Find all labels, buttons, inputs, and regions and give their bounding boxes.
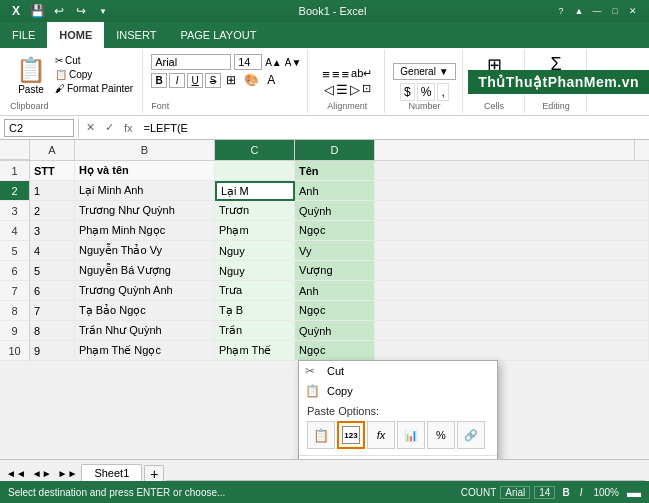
cell-C2[interactable]: Lại M: [215, 181, 295, 201]
quick-access-save[interactable]: 💾: [28, 2, 46, 20]
cell-A2[interactable]: 1: [30, 181, 75, 201]
italic-button[interactable]: I: [169, 73, 185, 88]
cell-B2[interactable]: Lại Minh Anh: [75, 181, 215, 201]
context-menu-paste-special[interactable]: Paste Special… ▶: [299, 458, 497, 459]
cell-C5[interactable]: Nguy: [215, 241, 295, 261]
cell-B7[interactable]: Trương Quỳnh Anh: [75, 281, 215, 301]
paste-opt-clipboard[interactable]: 📋: [307, 421, 335, 449]
cancel-formula-button[interactable]: ✕: [83, 121, 98, 134]
window-minimize[interactable]: —: [589, 4, 605, 18]
editing-button[interactable]: Σ Editing: [538, 52, 574, 87]
strikethrough-button[interactable]: S: [205, 73, 221, 88]
align-center-icon[interactable]: ☰: [336, 82, 348, 97]
bold-status-btn[interactable]: B: [559, 487, 572, 498]
paste-opt-percent[interactable]: %: [427, 421, 455, 449]
number-format-dropdown[interactable]: General ▼: [393, 63, 455, 80]
col-header-C[interactable]: C: [215, 140, 295, 160]
zoom-slider[interactable]: ▬: [627, 484, 641, 500]
cell-B6[interactable]: Nguyễn Bá Vượng: [75, 261, 215, 281]
confirm-formula-button[interactable]: ✓: [102, 121, 117, 134]
scroll-left-tab[interactable]: ◄◄: [4, 466, 28, 481]
scroll-last-tab[interactable]: ►►: [56, 466, 80, 481]
quick-access-redo[interactable]: ↪: [72, 2, 90, 20]
cell-A4[interactable]: 3: [30, 221, 75, 241]
align-middle-icon[interactable]: ≡: [332, 67, 340, 82]
cell-A8[interactable]: 7: [30, 301, 75, 321]
paste-opt-link[interactable]: 🔗: [457, 421, 485, 449]
tab-home[interactable]: HOME: [47, 22, 104, 48]
border-button[interactable]: ⊞: [223, 72, 239, 88]
cell-C3[interactable]: Trươn: [215, 201, 295, 221]
cell-B10[interactable]: Phạm Thế Ngọc: [75, 341, 215, 361]
cell-D10[interactable]: Ngọc: [295, 341, 375, 361]
font-size-decrease[interactable]: A▼: [285, 57, 302, 68]
cell-D1[interactable]: Tên: [295, 161, 375, 181]
col-header-B[interactable]: B: [75, 140, 215, 160]
context-menu-cut[interactable]: ✂ Cut: [299, 361, 497, 381]
paste-opt-formula[interactable]: fx: [367, 421, 395, 449]
cell-B4[interactable]: Phạm Minh Ngọc: [75, 221, 215, 241]
cell-C10[interactable]: Phạm Thế: [215, 341, 295, 361]
cell-B5[interactable]: Nguyễn Thảo Vy: [75, 241, 215, 261]
paste-opt-chart[interactable]: 📊: [397, 421, 425, 449]
sheet-tab-sheet1[interactable]: Sheet1: [81, 464, 142, 481]
font-color-button[interactable]: A: [264, 72, 278, 88]
add-sheet-button[interactable]: +: [144, 465, 164, 481]
wrap-text-icon[interactable]: ab↵: [351, 67, 372, 82]
col-header-A[interactable]: A: [30, 140, 75, 160]
bold-button[interactable]: B: [151, 73, 167, 88]
font-size-increase[interactable]: A▲: [265, 57, 282, 68]
font-name-input[interactable]: [151, 54, 231, 70]
cell-A10[interactable]: 9: [30, 341, 75, 361]
quick-access-dropdown[interactable]: ▼: [94, 2, 112, 20]
cell-B1[interactable]: Họ và tên: [75, 161, 215, 181]
copy-button[interactable]: 📋 Copy: [52, 68, 136, 81]
window-maximize[interactable]: □: [607, 4, 623, 18]
cell-D2[interactable]: Anh: [295, 181, 375, 201]
cell-C6[interactable]: Nguy: [215, 261, 295, 281]
cell-B9[interactable]: Trần Như Quỳnh: [75, 321, 215, 341]
window-close[interactable]: ✕: [625, 4, 641, 18]
cell-A5[interactable]: 4: [30, 241, 75, 261]
paste-opt-values[interactable]: 123: [337, 421, 365, 449]
cell-D5[interactable]: Vy: [295, 241, 375, 261]
format-painter-button[interactable]: 🖌 Format Painter: [52, 82, 136, 95]
cell-B3[interactable]: Trương Như Quỳnh: [75, 201, 215, 221]
window-ribbon-collapse[interactable]: ▲: [571, 4, 587, 18]
align-bottom-icon[interactable]: ≡: [341, 67, 349, 82]
cell-A6[interactable]: 5: [30, 261, 75, 281]
align-top-icon[interactable]: ≡: [322, 67, 330, 82]
cell-D3[interactable]: Quỳnh: [295, 201, 375, 221]
quick-access-undo[interactable]: ↩: [50, 2, 68, 20]
scroll-right-tab[interactable]: ◄►: [30, 466, 54, 481]
cell-D4[interactable]: Ngọc: [295, 221, 375, 241]
cell-A7[interactable]: 6: [30, 281, 75, 301]
insert-function-button[interactable]: fx: [121, 122, 136, 134]
cell-D7[interactable]: Anh: [295, 281, 375, 301]
tab-file[interactable]: FILE: [0, 22, 47, 48]
cell-B8[interactable]: Tạ Bảo Ngọc: [75, 301, 215, 321]
align-left-icon[interactable]: ◁: [324, 82, 334, 97]
align-right-icon[interactable]: ▷: [350, 82, 360, 97]
cell-D9[interactable]: Quỳnh: [295, 321, 375, 341]
col-header-D[interactable]: D: [295, 140, 375, 160]
cell-A1[interactable]: STT: [30, 161, 75, 181]
cell-A3[interactable]: 2: [30, 201, 75, 221]
cell-A9[interactable]: 8: [30, 321, 75, 341]
name-box[interactable]: [4, 119, 74, 137]
context-menu-copy[interactable]: 📋 Copy: [299, 381, 497, 401]
underline-button[interactable]: U: [187, 73, 203, 88]
cell-D6[interactable]: Vượng: [295, 261, 375, 281]
percent-icon[interactable]: %: [417, 83, 436, 101]
currency-icon[interactable]: $: [400, 83, 415, 101]
merge-cells-icon[interactable]: ⊡: [362, 82, 371, 97]
fill-color-button[interactable]: 🎨: [241, 72, 262, 88]
formula-input[interactable]: [140, 120, 645, 136]
select-all-corner[interactable]: [0, 140, 30, 160]
cell-C8[interactable]: Tạ B: [215, 301, 295, 321]
comma-icon[interactable]: ,: [437, 83, 448, 101]
cell-C1[interactable]: [215, 161, 295, 181]
window-help[interactable]: ?: [553, 4, 569, 18]
tab-insert[interactable]: INSERT: [104, 22, 168, 48]
cell-C9[interactable]: Trần: [215, 321, 295, 341]
